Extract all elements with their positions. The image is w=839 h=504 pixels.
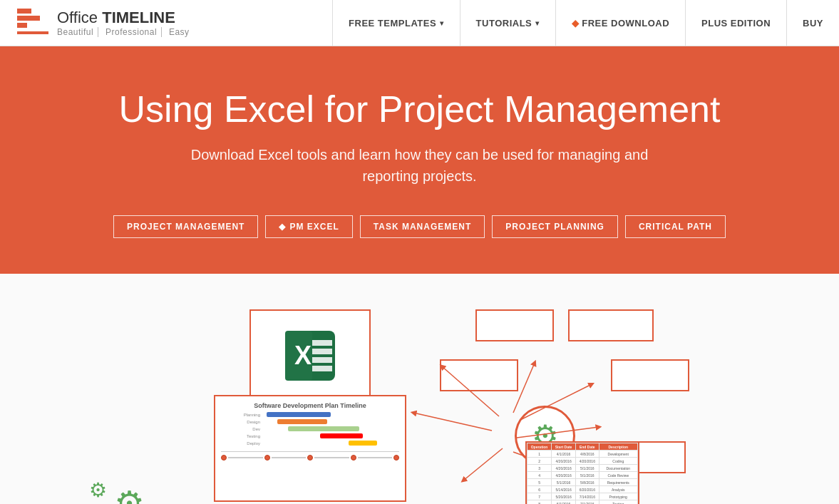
gantt-row: Planning xyxy=(221,412,399,417)
gantt-rows: Planning Design Dev Testing Deploy xyxy=(221,412,399,446)
table-row: 75/20/20167/14/2016Prototyping xyxy=(527,493,638,500)
svg-rect-9 xyxy=(312,357,332,363)
gantt-row: Testing xyxy=(221,433,399,438)
gantt-row: Deploy xyxy=(221,441,399,446)
hero-tag-project-planning[interactable]: PROJECT PLANNING xyxy=(492,215,618,238)
nav-free-templates[interactable]: FREE TEMPLATES ▾ xyxy=(332,0,460,46)
spreadsheet-card: Operation Start Date End Date Descriptio… xyxy=(525,441,639,504)
nav-buy[interactable]: BUY xyxy=(786,0,839,46)
nav-free-templates-label: FREE TEMPLATES xyxy=(349,18,436,29)
spreadsheet-table: Operation Start Date End Date Descriptio… xyxy=(527,443,638,504)
hero-tag-project-management[interactable]: PROJECT MANAGEMENT xyxy=(113,215,258,238)
table-row: 34/20/20165/1/2016Documentation xyxy=(527,465,638,472)
gantt-row: Dev xyxy=(221,426,399,431)
chevron-down-icon: ▾ xyxy=(535,19,540,27)
logo-tagline: Beautiful Professional Easy xyxy=(57,27,190,37)
table-row: 86/1/20167/1/2016Testing xyxy=(527,500,638,504)
gantt-row: Design xyxy=(221,419,399,424)
svg-rect-0 xyxy=(17,9,31,14)
diamond-icon: ◆ xyxy=(279,222,286,232)
nav-free-download-label: FREE DOWNLOAD xyxy=(582,18,669,29)
logo-icon xyxy=(14,4,51,41)
hero-tag-project-planning-label: PROJECT PLANNING xyxy=(505,222,604,232)
table-row: 14/1/20164/8/2016Development xyxy=(527,451,638,458)
hero-tag-pm-excel[interactable]: ◆ PM EXCEL xyxy=(265,215,352,238)
nav-buy-label: BUY xyxy=(803,18,823,29)
hero-section: Using Excel for Project Management Downl… xyxy=(0,46,839,274)
nav-free-download[interactable]: ◆ FREE DOWNLOAD xyxy=(555,0,685,46)
svg-rect-8 xyxy=(312,349,332,354)
hero-tag-project-management-label: PROJECT MANAGEMENT xyxy=(127,222,245,232)
float-box-3 xyxy=(611,359,689,391)
timeline-card-title: Software Development Plan Timeline xyxy=(221,402,399,409)
gear-small-green-icon: ⚙ xyxy=(89,478,107,502)
logo-area: Office TIMELINE Beautiful Professional E… xyxy=(14,4,235,41)
svg-line-16 xyxy=(463,448,503,480)
hero-tag-task-management[interactable]: TASK MANAGEMENT xyxy=(360,215,485,238)
hero-title: Using Excel for Project Management xyxy=(99,89,741,130)
svg-rect-2 xyxy=(17,23,27,28)
content-section: X Software Development Plan Timeline Pla… xyxy=(0,274,839,504)
gear-gold-icon: ⚙ xyxy=(143,500,165,504)
hero-tag-critical-path[interactable]: CRITICAL PATH xyxy=(625,215,726,238)
diamond-icon: ◆ xyxy=(572,18,580,29)
header: Office TIMELINE Beautiful Professional E… xyxy=(0,0,839,46)
float-box-2 xyxy=(568,309,654,341)
table-row: 44/20/20165/1/2016Code Review xyxy=(527,472,638,479)
table-row: 65/14/20166/20/2016Analysis xyxy=(527,486,638,493)
svg-rect-7 xyxy=(312,340,332,346)
nav-plus-edition[interactable]: PLUS EDITION xyxy=(685,0,786,46)
excel-logo-icon: X xyxy=(282,327,339,384)
logo-name: Office TIMELINE xyxy=(57,9,190,27)
timeline-card: Software Development Plan Timeline Plann… xyxy=(214,395,406,502)
table-row: 24/20/20164/20/2016Coding xyxy=(527,458,638,465)
illustration: X Software Development Plan Timeline Pla… xyxy=(43,302,796,504)
nav-tutorials[interactable]: TUTORIALS ▾ xyxy=(460,0,555,46)
main-nav: FREE TEMPLATES ▾ TUTORIALS ▾ ◆ FREE DOWN… xyxy=(332,0,839,46)
hero-tag-pm-excel-label: PM EXCEL xyxy=(289,222,339,232)
logo-text: Office TIMELINE Beautiful Professional E… xyxy=(57,9,190,37)
svg-line-14 xyxy=(413,413,492,431)
svg-rect-10 xyxy=(312,366,332,371)
nav-plus-edition-label: PLUS EDITION xyxy=(701,18,771,29)
table-row: 55/1/20165/8/2016Requirements xyxy=(527,479,638,486)
hero-tag-task-management-label: TASK MANAGEMENT xyxy=(374,222,471,232)
float-box-1 xyxy=(475,309,554,341)
timeline-bar-area xyxy=(221,451,399,461)
hero-tags: PROJECT MANAGEMENT ◆ PM EXCEL TASK MANAG… xyxy=(14,215,825,238)
float-box-4 xyxy=(440,359,518,391)
svg-rect-1 xyxy=(17,16,40,21)
svg-text:X: X xyxy=(294,341,312,370)
excel-icon-box: X xyxy=(249,309,371,402)
hero-tag-critical-path-label: CRITICAL PATH xyxy=(639,222,712,232)
hero-subtitle: Download Excel tools and learn how they … xyxy=(170,144,669,187)
gear-large-green-icon: ⚙ xyxy=(114,483,145,504)
svg-rect-3 xyxy=(17,31,48,34)
chevron-down-icon: ▾ xyxy=(440,19,444,27)
nav-tutorials-label: TUTORIALS xyxy=(476,18,532,29)
